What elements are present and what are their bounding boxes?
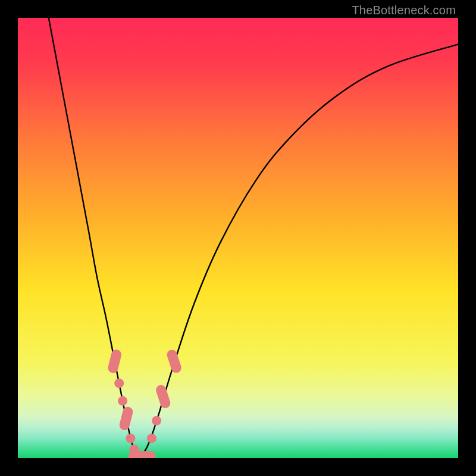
data-marker-dot	[147, 434, 156, 443]
watermark-label: TheBottleneck.com	[352, 4, 456, 17]
data-marker-dot	[152, 416, 161, 425]
data-marker-dot	[114, 378, 124, 388]
data-marker-dot	[126, 434, 135, 443]
gradient-background	[18, 18, 458, 458]
data-marker-pill	[136, 451, 156, 458]
chart-svg	[18, 18, 458, 458]
plot-area	[18, 18, 458, 458]
chart-canvas: TheBottleneck.com	[0, 0, 476, 476]
data-marker-dot	[118, 396, 127, 406]
